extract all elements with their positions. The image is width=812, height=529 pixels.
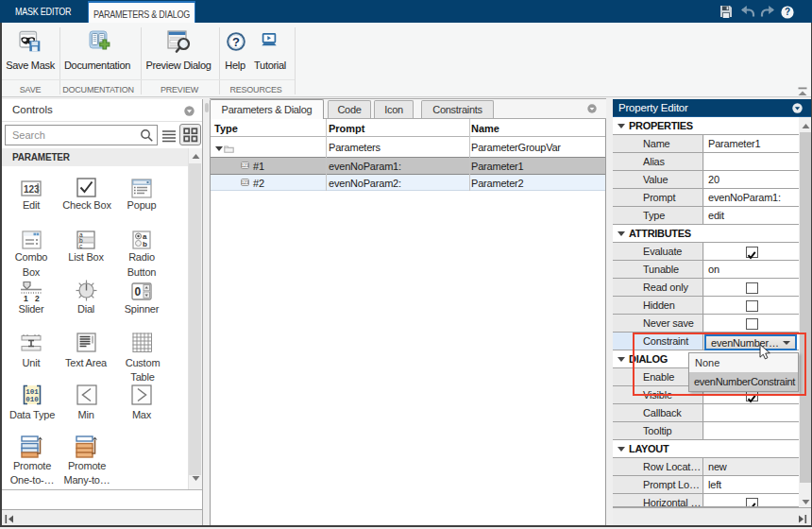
svg-text:2: 2 <box>35 294 40 302</box>
svg-text:123: 123 <box>241 162 248 167</box>
svg-text:0: 0 <box>135 285 142 299</box>
svg-text:?: ? <box>785 7 790 17</box>
svg-text:1: 1 <box>24 294 28 302</box>
svg-text:101: 101 <box>25 388 39 396</box>
svg-text:010: 010 <box>25 396 39 403</box>
svg-text:b: b <box>143 240 147 248</box>
svg-text:123: 123 <box>241 179 248 184</box>
svg-text:?: ? <box>232 35 240 49</box>
